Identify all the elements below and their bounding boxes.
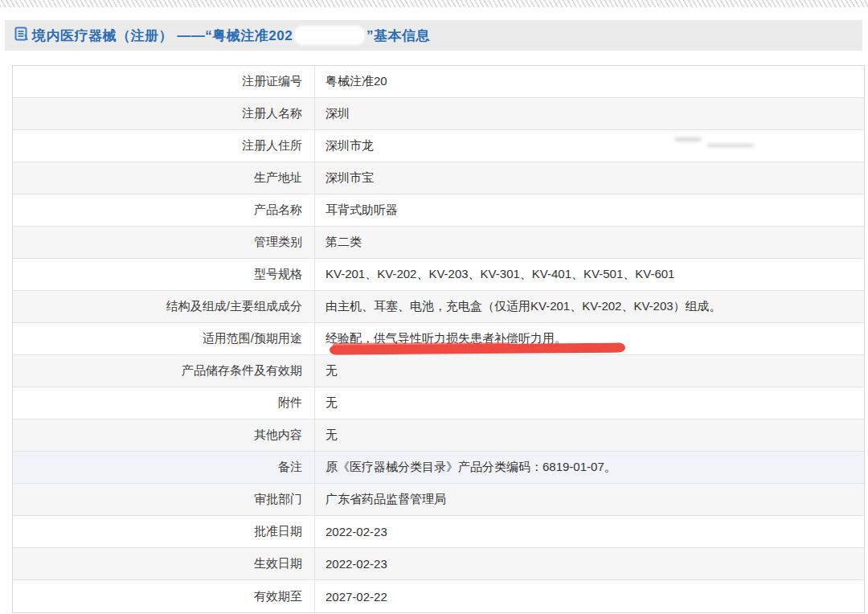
table-row: 备注 原《医疗器械分类目录》产品分类编码：6819-01-07。	[13, 452, 864, 484]
row-value-cell: 经验配，供气导性听力损失患者补偿听力用。	[315, 323, 864, 354]
row-value: 深圳	[326, 106, 350, 121]
row-value: KV-201、KV-202、KV-203、KV-301、KV-401、KV-50…	[326, 267, 674, 282]
row-label-cell: 注册人住所	[13, 130, 315, 162]
page-title-suffix: ”基本信息	[366, 27, 430, 45]
row-value-cell: 广东省药品监督管理局	[315, 484, 864, 515]
table-row: 审批部门 广东省药品监督管理局	[13, 484, 864, 516]
table-row: 型号规格 KV-201、KV-202、KV-203、KV-301、KV-401、…	[13, 259, 864, 291]
row-value-cell: 原《医疗器械分类目录》产品分类编码：6819-01-07。	[315, 452, 864, 483]
row-value-cell: 深圳市龙	[315, 130, 864, 162]
row-label-cell: 生产地址	[13, 162, 315, 194]
row-value-cell: 粤械注准20	[315, 66, 864, 97]
row-label-cell: 产品名称	[13, 194, 315, 226]
row-value: 粤械注准20	[326, 74, 387, 89]
row-value: 无	[326, 395, 338, 411]
row-label: 其他内容	[254, 428, 302, 443]
table-row: 附件 无	[13, 387, 864, 420]
row-label-cell: 适用范围/预期用途	[13, 323, 315, 354]
row-value-cell: 无	[315, 355, 864, 387]
row-value-cell: 2027-02-22	[315, 580, 864, 612]
row-label-cell: 有效期至	[13, 580, 315, 612]
row-label-cell: 审批部门	[13, 484, 315, 515]
row-label: 批准日期	[254, 524, 302, 539]
row-label: 有效期至	[254, 589, 302, 604]
table-row: 注册证编号 粤械注准20	[13, 66, 864, 98]
row-value: 耳背式助听器	[326, 203, 398, 218]
row-label-cell: 型号规格	[13, 259, 315, 290]
row-value: 深圳市龙	[326, 138, 374, 154]
table-row: 生产地址 深圳市宝	[13, 162, 864, 194]
row-label-cell: 结构及组成/主要组成成分	[13, 291, 315, 322]
row-value: 原《医疗器械分类目录》产品分类编码：6819-01-07。	[326, 460, 616, 475]
row-value-cell: 由主机、耳塞、电池，充电盒（仅适用KV-201、KV-202、KV-203）组成…	[315, 291, 864, 322]
row-label-cell: 产品储存条件及有效期	[13, 355, 315, 387]
row-value: 广东省药品监督管理局	[326, 492, 446, 507]
row-label-cell: 其他内容	[13, 420, 315, 451]
erasure-ghost-mark	[675, 137, 701, 141]
table-row: 注册人名称 深圳	[13, 98, 864, 130]
row-value: 2022-02-23	[326, 525, 387, 538]
info-table: 注册证编号 粤械注准20 注册人名称 深圳 注册人住所 深圳市龙 生产地址 深圳…	[12, 65, 865, 613]
table-row: 结构及组成/主要组成成分 由主机、耳塞、电池，充电盒（仅适用KV-201、KV-…	[13, 291, 864, 323]
row-value: 2027-02-22	[326, 590, 387, 604]
row-value-cell: 无	[315, 387, 864, 419]
row-value-cell: 深圳	[315, 98, 864, 129]
row-label: 备注	[278, 460, 302, 475]
row-label-cell: 附件	[13, 387, 315, 419]
row-value: 2022-02-23	[326, 557, 387, 571]
document-icon	[14, 27, 28, 45]
row-label-cell: 备注	[13, 452, 315, 483]
table-row: 产品储存条件及有效期 无	[13, 355, 864, 387]
row-value: 深圳市宝	[326, 170, 374, 186]
row-label: 注册人住所	[242, 138, 302, 154]
row-value-cell: 2022-02-23	[315, 548, 864, 579]
red-underline-marker	[330, 343, 625, 355]
section-header: 境内医疗器械（注册） ——“粤械注准202 ”基本信息	[5, 20, 862, 51]
table-row: 注册人住所 深圳市龙	[13, 130, 864, 162]
page-title: 境内医疗器械（注册） ——“粤械注准202 ”基本信息	[32, 26, 430, 45]
erasure-ghost-mark	[707, 144, 754, 147]
row-label: 适用范围/预期用途	[203, 331, 302, 346]
table-row: 其他内容 无	[13, 420, 864, 452]
row-value-cell: 无	[315, 420, 864, 451]
row-label-cell: 注册人名称	[13, 98, 315, 129]
redaction-patch	[294, 26, 365, 45]
row-value: 无	[326, 363, 338, 379]
row-label: 产品储存条件及有效期	[182, 363, 302, 379]
table-row: 批准日期 2022-02-23	[13, 516, 864, 548]
row-label-cell: 管理类别	[13, 227, 315, 258]
row-label: 管理类别	[254, 235, 302, 250]
row-label: 附件	[278, 395, 302, 411]
row-value-cell: 耳背式助听器	[315, 194, 864, 226]
table-row: 产品名称 耳背式助听器	[13, 194, 864, 227]
row-label-cell: 生效日期	[13, 548, 315, 579]
top-stripes-decoration	[0, 0, 868, 7]
row-value-cell: 深圳市宝	[315, 162, 864, 194]
row-label: 产品名称	[254, 203, 302, 218]
row-label: 注册证编号	[242, 74, 302, 89]
table-row: 有效期至 2027-02-22	[13, 580, 864, 612]
row-value-cell: 第二类	[315, 227, 864, 258]
row-value: 无	[326, 428, 338, 443]
row-label: 结构及组成/主要组成成分	[166, 299, 302, 314]
row-label: 注册人名称	[242, 106, 302, 121]
row-value: 第二类	[326, 235, 362, 250]
row-label: 生效日期	[254, 556, 302, 571]
row-label: 型号规格	[254, 267, 302, 282]
row-label: 审批部门	[254, 492, 302, 507]
row-label-cell: 注册证编号	[13, 66, 315, 97]
table-row: 管理类别 第二类	[13, 227, 864, 259]
table-row: 生效日期 2022-02-23	[13, 548, 864, 580]
row-label-cell: 批准日期	[13, 516, 315, 547]
page-title-prefix: 境内医疗器械（注册） ——“粤械注准202	[32, 27, 293, 45]
row-value: 由主机、耳塞、电池，充电盒（仅适用KV-201、KV-202、KV-203）组成…	[326, 299, 722, 314]
row-value-cell: KV-201、KV-202、KV-203、KV-301、KV-401、KV-50…	[315, 259, 864, 290]
row-label: 生产地址	[254, 170, 302, 186]
table-row: 适用范围/预期用途 经验配，供气导性听力损失患者补偿听力用。	[13, 323, 864, 355]
row-value-cell: 2022-02-23	[315, 516, 864, 547]
